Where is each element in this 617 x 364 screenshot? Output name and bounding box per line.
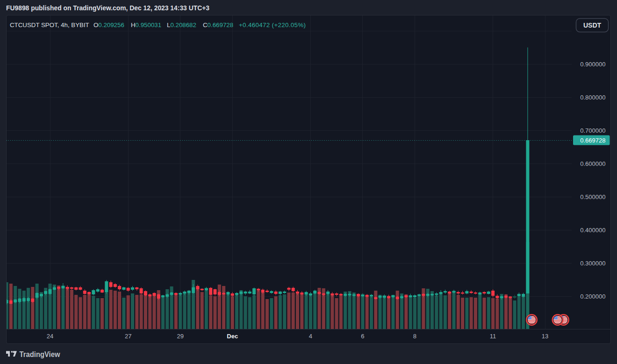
svg-text:0.600000: 0.600000 bbox=[580, 160, 605, 167]
svg-text:0.300000: 0.300000 bbox=[580, 260, 605, 267]
svg-text:6: 6 bbox=[361, 333, 364, 340]
svg-text:CTCUSDT SPOT, 4h, BYBIT O0.209: CTCUSDT SPOT, 4h, BYBIT O0.209256 H0.950… bbox=[10, 21, 306, 29]
svg-text:11: 11 bbox=[490, 333, 496, 340]
svg-text:0.800000: 0.800000 bbox=[580, 94, 605, 101]
svg-text:FU9898 published on TradingVie: FU9898 published on TradingView.com, Dec… bbox=[6, 5, 209, 12]
svg-text:8: 8 bbox=[413, 333, 416, 340]
svg-text:27: 27 bbox=[125, 333, 131, 340]
svg-text:4: 4 bbox=[309, 333, 312, 340]
svg-text:0.900000: 0.900000 bbox=[580, 61, 605, 68]
svg-text:0.200000: 0.200000 bbox=[580, 293, 605, 300]
svg-text:29: 29 bbox=[177, 333, 183, 340]
svg-text:0.400000: 0.400000 bbox=[580, 227, 605, 234]
svg-text:0.700000: 0.700000 bbox=[580, 127, 605, 134]
svg-text:24: 24 bbox=[47, 333, 53, 340]
svg-text:TradingView: TradingView bbox=[20, 350, 61, 358]
svg-text:Dec: Dec bbox=[227, 333, 238, 340]
svg-text:USDT: USDT bbox=[583, 21, 602, 29]
svg-text:13: 13 bbox=[542, 333, 548, 340]
svg-text:0.669728: 0.669728 bbox=[580, 137, 605, 144]
svg-text:0.500000: 0.500000 bbox=[580, 193, 605, 200]
